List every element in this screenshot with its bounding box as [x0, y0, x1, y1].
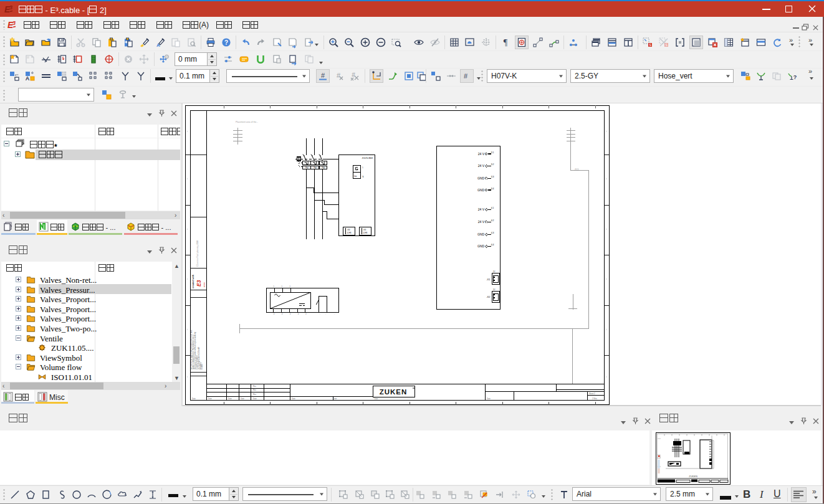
svg-text:i: i [187, 376, 188, 378]
svg-text:series: series [203, 282, 206, 287]
svg-text:I&gt;: I&gt; [314, 166, 317, 169]
svg-text:-K1/ZU-B03: -K1/ZU-B03 [362, 157, 373, 159]
svg-text:GND: GND [477, 244, 485, 248]
svg-text:GND: GND [477, 188, 485, 192]
svg-text:E3.series Fluid planning 2020: E3.series Fluid planning 2020 [196, 240, 199, 267]
svg-text:3.2: 3.2 [491, 163, 494, 166]
svg-text:24 V: 24 V [478, 164, 485, 168]
svg-text:S: S [649, 43, 651, 47]
svg-text:4.2: 4.2 [491, 219, 494, 222]
svg-text:Uar: Uar [354, 175, 357, 178]
svg-text:S: S [665, 43, 668, 47]
svg-text:Date: Date [487, 397, 491, 400]
svg-text:4.4: 4.4 [491, 244, 494, 246]
svg-text:I&gt;: I&gt; [322, 166, 326, 169]
svg-text:-K3: -K3 [347, 229, 350, 231]
svg-text:-X1: -X1 [486, 278, 491, 281]
svg-text:2: 2 [290, 313, 291, 315]
svg-text:/2.F8: /2.F8 [347, 232, 352, 234]
svg-text:Date: Date [292, 397, 295, 400]
svg-text:I&gt;: I&gt; [305, 166, 309, 169]
svg-text:Rev: Rev [253, 385, 257, 388]
svg-text:4.1: 4.1 [491, 207, 494, 209]
svg-text:i: i [606, 178, 607, 180]
svg-text:24 V: 24 V [478, 220, 485, 224]
svg-text:Date: Date [208, 397, 212, 400]
svg-text:N: N [363, 176, 364, 178]
svg-text:ZUKEN: ZUKEN [380, 388, 408, 396]
svg-text:.: . [320, 313, 320, 315]
svg-text:/2.F8: /2.F8 [363, 232, 367, 234]
svg-text:#: # [464, 72, 468, 80]
svg-text:created with: created with [192, 274, 194, 288]
svg-text:2: 2 [274, 313, 275, 315]
svg-text:2 Shts: 2 Shts [592, 397, 598, 400]
svg-text:-K3: -K3 [363, 229, 366, 231]
svg-text:24 V: 24 V [478, 207, 485, 211]
svg-text:.: . [334, 313, 335, 315]
svg-text:1: 1 [282, 285, 283, 288]
svg-text:Rev: Rev [253, 393, 257, 396]
svg-text:Rev: Rev [253, 389, 257, 391]
svg-text:1#: 1# [493, 288, 496, 291]
svg-text:¶: ¶ [504, 38, 508, 47]
svg-text:i: i [606, 328, 607, 331]
svg-text:i: i [606, 278, 607, 280]
svg-text:2: 2 [282, 313, 283, 315]
svg-text:1#: 1# [493, 270, 496, 273]
svg-text:L: L [363, 166, 364, 169]
svg-text:2: 2 [298, 313, 299, 315]
svg-text:i: i [606, 376, 607, 378]
svg-text:Sheet 2: Sheet 2 [589, 392, 595, 395]
svg-text:1: 1 [274, 285, 275, 288]
svg-text:4.3: 4.3 [491, 232, 494, 234]
svg-text:i: i [606, 228, 607, 231]
svg-text:i: i [187, 228, 188, 231]
svg-text:Date: Date [253, 397, 257, 400]
svg-text:E3: E3 [196, 280, 202, 287]
svg-text:3: 3 [9, 4, 12, 11]
svg-text:A: A [26, 75, 30, 82]
svg-text:i: i [187, 278, 188, 280]
svg-text:3: 3 [12, 20, 16, 26]
svg-text:Placement area of the...: Placement area of the... [236, 121, 258, 123]
svg-text:GND: GND [477, 232, 485, 236]
svg-text:3.4: 3.4 [491, 188, 494, 190]
svg-text:E-class: E-class [201, 364, 203, 369]
svg-text:3.1: 3.1 [491, 151, 494, 154]
svg-text:#: # [337, 72, 341, 79]
svg-text:-X2: -X2 [486, 295, 491, 298]
svg-text:i: i [187, 328, 188, 331]
svg-text:-XC1: -XC1 [574, 168, 579, 171]
svg-text:#: # [352, 72, 355, 78]
svg-text:Date: Date [375, 397, 378, 400]
svg-text:?: ? [793, 74, 797, 80]
svg-text:2: 2 [305, 313, 307, 315]
svg-text:24 V: 24 V [478, 152, 485, 156]
svg-text:Date: Date [333, 397, 337, 400]
svg-text:.: . [325, 313, 326, 315]
svg-text:i: i [606, 130, 607, 133]
svg-text:Date: Date [228, 397, 232, 400]
svg-text:ZUKEN: ZUKEN [689, 475, 697, 478]
svg-text:Date: Date [192, 397, 196, 400]
svg-text:i: i [187, 178, 188, 180]
svg-text:#: # [321, 72, 325, 79]
svg-text:Date: Date [241, 397, 244, 400]
svg-text:GND: GND [477, 176, 485, 180]
svg-text:?: ? [224, 39, 228, 46]
svg-text:1: 1 [290, 285, 291, 288]
svg-text:3.3: 3.3 [491, 176, 494, 178]
svg-text:i: i [187, 130, 188, 133]
